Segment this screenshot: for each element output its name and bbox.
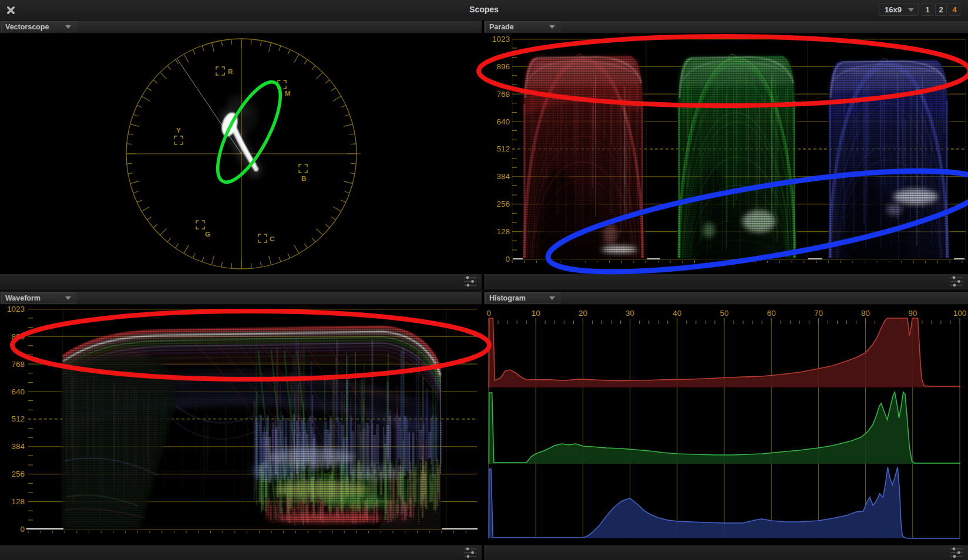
svg-text:0: 0 xyxy=(505,255,510,264)
svg-text:768: 768 xyxy=(496,90,510,99)
svg-text:640: 640 xyxy=(496,117,510,126)
svg-text:50: 50 xyxy=(720,309,728,318)
svg-text:20: 20 xyxy=(579,309,587,318)
svg-text:640: 640 xyxy=(11,387,25,396)
svg-text:0: 0 xyxy=(20,525,25,534)
svg-text:10: 10 xyxy=(532,309,540,318)
svg-text:G: G xyxy=(205,231,210,238)
svg-text:30: 30 xyxy=(626,309,634,318)
svg-text:70: 70 xyxy=(814,309,823,318)
svg-text:896: 896 xyxy=(11,332,25,341)
svg-text:M: M xyxy=(285,90,291,97)
svg-text:1023: 1023 xyxy=(492,35,510,43)
svg-text:0: 0 xyxy=(486,309,491,318)
svg-text:896: 896 xyxy=(496,62,510,71)
svg-text:256: 256 xyxy=(496,200,510,208)
svg-text:128: 128 xyxy=(496,227,510,236)
svg-text:100: 100 xyxy=(953,309,967,318)
svg-text:512: 512 xyxy=(496,144,510,153)
svg-text:128: 128 xyxy=(11,497,25,506)
svg-text:90: 90 xyxy=(908,309,917,318)
svg-text:80: 80 xyxy=(861,309,870,318)
svg-text:512: 512 xyxy=(11,414,25,423)
svg-text:384: 384 xyxy=(11,442,25,451)
svg-text:768: 768 xyxy=(11,360,25,369)
svg-text:Y: Y xyxy=(176,127,181,134)
svg-text:C: C xyxy=(270,235,274,242)
svg-text:R: R xyxy=(228,68,233,75)
svg-text:256: 256 xyxy=(11,470,25,478)
svg-text:B: B xyxy=(301,175,306,182)
svg-text:60: 60 xyxy=(767,309,776,318)
svg-text:384: 384 xyxy=(496,172,510,181)
svg-text:1023: 1023 xyxy=(7,305,25,313)
svg-text:40: 40 xyxy=(673,309,681,318)
